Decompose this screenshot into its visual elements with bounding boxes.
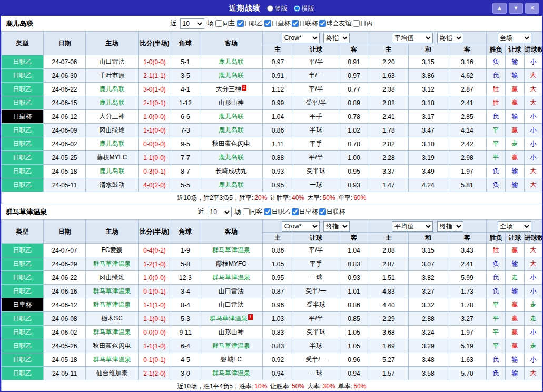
league-filter-日联杯[interactable]: 日联杯 bbox=[319, 207, 345, 216]
close-button[interactable]: ✕ bbox=[525, 3, 539, 14]
home-team-cell[interactable]: 山口雷法 bbox=[86, 55, 139, 69]
vertical-layout-radio[interactable] bbox=[267, 5, 273, 12]
same-venue-filter[interactable]: 同主 bbox=[215, 19, 235, 28]
scroll-up-button[interactable]: ▲ bbox=[492, 3, 507, 14]
home-team-cell[interactable]: 冈山绿雉 bbox=[86, 271, 139, 285]
league-filter-日联杯[interactable]: 日联杯 bbox=[292, 19, 318, 28]
league-filter-checkbox[interactable] bbox=[237, 20, 244, 27]
away-team-name: 群马草津温泉 bbox=[212, 246, 250, 254]
home-team-cell[interactable]: 千叶市原 bbox=[86, 69, 139, 83]
home-team-cell[interactable]: 群马草津温泉 bbox=[86, 257, 139, 271]
home-team-cell[interactable]: 鹿儿岛联 bbox=[86, 137, 139, 151]
asian-odds-cell: 1.05 bbox=[339, 339, 369, 353]
league-filter-checkbox[interactable] bbox=[319, 20, 326, 27]
away-team-cell[interactable]: 磐城FC bbox=[200, 353, 263, 367]
match-row: 日职乙24-06-22鹿儿岛联3-0(1-0)4-1大分三神21.12平/半0.… bbox=[2, 83, 542, 96]
away-team-cell[interactable]: 山形山神 bbox=[200, 96, 263, 110]
games-label: 场 bbox=[235, 207, 241, 216]
league-filter-日皇杯[interactable]: 日皇杯 bbox=[264, 19, 291, 28]
away-team-cell[interactable]: 山口雷法 bbox=[200, 285, 263, 298]
home-team-cell[interactable]: 栃木SC bbox=[86, 312, 139, 326]
asian-stage-select[interactable]: 终指 bbox=[323, 221, 350, 232]
euro-odds-cell: 2.38 bbox=[369, 83, 409, 96]
euro-source-select[interactable]: 平均值 bbox=[392, 33, 433, 43]
league-filter-日职乙[interactable]: 日职乙 bbox=[264, 207, 291, 216]
euro-odds-cell: 1.51 bbox=[369, 271, 409, 285]
away-team-cell[interactable]: 山形山神 bbox=[200, 326, 263, 339]
home-team-cell[interactable]: 群马草津温泉 bbox=[86, 326, 139, 339]
wdl-result-cell: 胜 bbox=[487, 244, 506, 257]
euro-odds-cell: 2.85 bbox=[448, 110, 487, 124]
home-team-cell[interactable]: 秋田蓝色闪电 bbox=[86, 339, 139, 353]
away-team-cell[interactable]: 群马草津温泉 bbox=[200, 271, 263, 285]
home-team-cell[interactable]: 群马草津温泉 bbox=[86, 298, 139, 312]
away-team-cell[interactable]: 大分三神2 bbox=[200, 83, 263, 96]
home-team-cell[interactable]: 藤枝MYFC bbox=[86, 151, 139, 165]
away-team-cell[interactable]: 秋田蓝色闪电 bbox=[200, 137, 263, 151]
league-filter-球会友谊[interactable]: 球会友谊 bbox=[319, 19, 352, 28]
away-team-cell[interactable]: 山口雷法 bbox=[200, 298, 263, 312]
layout-option-vertical[interactable]: 竖版 bbox=[267, 4, 288, 13]
away-team-cell[interactable]: 鹿儿岛联 bbox=[200, 69, 263, 83]
bookmaker-select[interactable]: Crow* bbox=[282, 221, 320, 232]
away-team-cell[interactable]: 鹿儿岛联 bbox=[200, 178, 263, 192]
home-team-cell[interactable]: 大分三神 bbox=[86, 110, 139, 124]
asian-odds-cell: 0.86 bbox=[263, 244, 293, 257]
summary-segment: 10% bbox=[254, 383, 267, 390]
home-team-cell[interactable]: FC爱媛 bbox=[86, 244, 139, 257]
same-venue-checkbox[interactable] bbox=[243, 208, 250, 215]
away-team-cell[interactable]: 藤枝MYFC bbox=[200, 257, 263, 271]
scope-select[interactable]: 全场 bbox=[498, 221, 531, 232]
home-team-cell[interactable]: 仙台维加泰 bbox=[86, 367, 139, 380]
score-cell: 0-0(0-0) bbox=[139, 326, 171, 339]
away-team-cell[interactable]: 鹿儿岛联 bbox=[200, 151, 263, 165]
away-team-cell[interactable]: 群马草津温泉1 bbox=[200, 312, 263, 326]
euro-stage-select[interactable]: 终指 bbox=[437, 33, 463, 43]
bookmaker-select[interactable]: Crow* bbox=[282, 33, 320, 43]
home-team-cell[interactable]: 鹿儿岛联 bbox=[86, 96, 139, 110]
away-team-cell[interactable]: 群马草津温泉 bbox=[200, 367, 263, 380]
away-team-cell[interactable]: 群马草津温泉 bbox=[200, 339, 263, 353]
away-team-cell[interactable]: 长崎成功丸 bbox=[200, 165, 263, 178]
league-filter-checkbox[interactable] bbox=[353, 20, 360, 27]
asian-odds-cell: 0.95 bbox=[339, 165, 369, 178]
euro-source-select[interactable]: 平均值 bbox=[392, 221, 433, 232]
league-filter-checkbox[interactable] bbox=[319, 208, 326, 215]
league-filter-checkbox[interactable] bbox=[264, 20, 271, 27]
home-team-cell[interactable]: 群马草津温泉 bbox=[86, 285, 139, 298]
league-filter-checkbox[interactable] bbox=[292, 208, 299, 215]
asian-odds-cell: 0.89 bbox=[339, 96, 369, 110]
layout-option-horizontal[interactable]: 横版 bbox=[294, 4, 314, 13]
league-filter-日丙[interactable]: 日丙 bbox=[353, 19, 373, 28]
away-team-name: 鹿儿岛联 bbox=[219, 58, 244, 65]
scroll-down-button[interactable]: ▼ bbox=[509, 3, 523, 14]
match-count-select[interactable]: 10 bbox=[180, 18, 204, 29]
league-type-cell: 日职乙 bbox=[2, 96, 44, 110]
league-filter-checkbox[interactable] bbox=[292, 20, 299, 27]
home-team-cell[interactable]: 清水鼓动 bbox=[86, 178, 139, 192]
match-date-cell: 24-05-11 bbox=[44, 178, 86, 192]
home-team-cell[interactable]: 鹿儿岛联 bbox=[86, 83, 139, 96]
away-team-cell[interactable]: 群马草津温泉 bbox=[200, 244, 263, 257]
scope-select[interactable]: 全场 bbox=[498, 33, 531, 43]
wdl-result-cell: 负 bbox=[487, 353, 506, 367]
same-venue-checkbox[interactable] bbox=[215, 20, 222, 27]
match-count-select[interactable]: 10 bbox=[208, 207, 232, 217]
league-filter-checkbox[interactable] bbox=[264, 208, 271, 215]
euro-stage-select[interactable]: 终指 bbox=[437, 221, 463, 232]
home-team-cell[interactable]: 鹿儿岛联 bbox=[86, 165, 139, 178]
league-filter-日职乙[interactable]: 日职乙 bbox=[237, 19, 263, 28]
home-team-cell[interactable]: 冈山绿雉 bbox=[86, 124, 139, 137]
asian-odds-cell: 0.93 bbox=[263, 165, 293, 178]
away-team-cell[interactable]: 鹿儿岛联 bbox=[200, 124, 263, 137]
away-team-cell[interactable]: 鹿儿岛联 bbox=[200, 110, 263, 124]
handicap-result-cell: 赢 bbox=[506, 96, 525, 110]
match-row: 日职乙24-06-15鹿儿岛联2-1(0-1)1-12山形山神0.99受平/半0… bbox=[2, 96, 542, 110]
league-type-cell: 日职乙 bbox=[2, 137, 44, 151]
horizontal-layout-radio[interactable] bbox=[294, 5, 300, 12]
asian-stage-select[interactable]: 终指 bbox=[323, 33, 350, 43]
same-venue-filter[interactable]: 同客 bbox=[243, 207, 263, 216]
away-team-cell[interactable]: 鹿儿岛联 bbox=[200, 55, 263, 69]
league-filter-日皇杯[interactable]: 日皇杯 bbox=[292, 207, 318, 216]
home-team-cell[interactable]: 群马草津温泉 bbox=[86, 353, 139, 367]
